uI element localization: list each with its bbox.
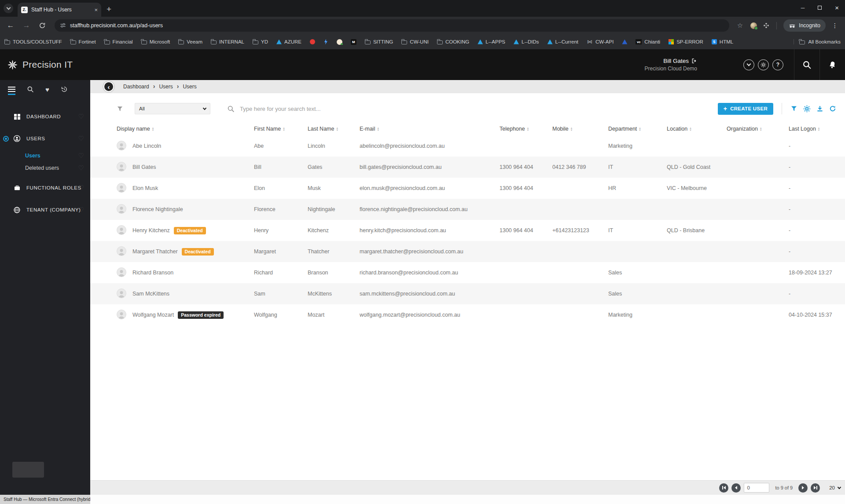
column-header[interactable]: E-mail ▴▾ xyxy=(360,126,500,132)
column-header[interactable]: Telephone ▴▾ xyxy=(500,126,552,132)
favorite-heart-icon[interactable]: ♡ xyxy=(78,135,84,142)
notifications-button[interactable] xyxy=(820,49,845,80)
tab-search-button[interactable] xyxy=(4,4,13,13)
favorites-heart-icon[interactable]: ♥ xyxy=(45,86,49,93)
browser-tab[interactable]: Z. Staff Hub - Users × xyxy=(18,3,101,17)
filter-select[interactable]: All xyxy=(135,103,210,114)
collapse-header-button[interactable] xyxy=(743,59,754,70)
favorite-heart-icon[interactable]: ♡ xyxy=(78,184,84,192)
last-page-button[interactable] xyxy=(811,483,820,493)
reload-button[interactable] xyxy=(36,22,48,29)
column-header[interactable]: Display name ▴▾ xyxy=(117,126,254,132)
column-header[interactable]: First Name ▴▾ xyxy=(254,126,308,132)
refresh-icon[interactable] xyxy=(829,105,836,112)
extensions-puzzle-icon[interactable] xyxy=(763,22,770,29)
favorite-heart-icon[interactable]: ♡ xyxy=(78,113,84,121)
page-number-input[interactable] xyxy=(744,483,769,493)
current-user-block[interactable]: Bill Gates Precision Cloud Demo xyxy=(645,58,697,72)
close-button[interactable]: × xyxy=(835,4,839,11)
page-size-select[interactable]: 20 xyxy=(829,485,841,490)
filter-icon[interactable] xyxy=(790,105,797,112)
table-row[interactable]: Margaret ThatcherDeactivated Margaret Th… xyxy=(90,241,845,262)
sidebar-item-deleted-users[interactable]: Deleted users ♡ xyxy=(0,162,90,174)
favorite-heart-icon[interactable]: ♡ xyxy=(78,152,84,160)
maximize-button[interactable] xyxy=(818,6,822,10)
column-header[interactable]: Location ▴▾ xyxy=(667,126,727,132)
sort-icon[interactable]: ▴▾ xyxy=(690,127,691,131)
bookmark-item[interactable] xyxy=(323,39,328,45)
settings-gear-button[interactable] xyxy=(758,59,769,70)
search-input[interactable] xyxy=(240,106,718,112)
menu-hamburger-icon[interactable] xyxy=(8,87,15,92)
browser-menu-icon[interactable]: ⋮ xyxy=(832,22,838,29)
bookmark-item[interactable] xyxy=(622,40,627,44)
forward-button[interactable]: → xyxy=(20,21,33,30)
table-row[interactable]: Richard Branson Richard Branson richard.… xyxy=(90,262,845,283)
bookmark-item[interactable]: YD xyxy=(253,39,268,44)
sidebar-item-tenant[interactable]: TENANT (COMPANY) ♡ xyxy=(0,199,90,221)
bookmark-item[interactable]: SP-ERROR xyxy=(669,39,703,44)
table-row[interactable]: Sam McKittens Sam McKittens sam.mckitten… xyxy=(90,283,845,304)
bookmark-star-icon[interactable]: ☆ xyxy=(737,22,743,29)
bookmark-item[interactable]: L--DIDs xyxy=(514,39,539,44)
bookmark-item[interactable]: L--APPS xyxy=(478,39,505,44)
bookmark-item[interactable]: L--Current xyxy=(547,39,578,44)
breadcrumb-users[interactable]: Users xyxy=(159,84,173,90)
column-header[interactable]: Last Name ▴▾ xyxy=(308,126,360,132)
table-row[interactable]: Elon Musk Elon Musk elon.musk@precisionc… xyxy=(90,178,845,199)
back-button[interactable]: ← xyxy=(4,21,17,30)
bookmark-item[interactable]: Microsoft xyxy=(141,39,170,44)
table-row[interactable]: Florence Nightingale Florence Nightingal… xyxy=(90,199,845,220)
sidebar-item-users-list[interactable]: Users ♡ xyxy=(0,150,90,162)
table-row[interactable]: Wolfgang MozartPassword expired Wolfgang… xyxy=(90,304,845,325)
first-page-button[interactable] xyxy=(719,483,728,493)
sort-icon[interactable]: ▴▾ xyxy=(283,127,285,131)
column-header[interactable]: Organization ▴▾ xyxy=(727,126,789,132)
favorite-heart-icon[interactable]: ♡ xyxy=(78,206,84,214)
table-row[interactable]: Bill Gates Bill Gates bill.gates@precisi… xyxy=(90,157,845,178)
bookmark-item[interactable]: HTML xyxy=(712,39,733,44)
url-bar[interactable]: staffhub.precisionit.com.au/p/ad-users xyxy=(55,19,729,32)
brand-logo[interactable]: Precision IT xyxy=(0,59,73,71)
breadcrumb-dashboard[interactable]: Dashboard xyxy=(123,84,149,90)
table-row[interactable]: Abe Lincoln Abe Lincoln abelincoln@preci… xyxy=(90,135,845,157)
breadcrumb-users-page[interactable]: Users xyxy=(183,84,196,90)
site-settings-icon[interactable] xyxy=(60,22,66,29)
sort-icon[interactable]: ▴▾ xyxy=(152,127,154,131)
sidebar-item-functional-roles[interactable]: FUNCTIONAL ROLES ♡ xyxy=(0,177,90,199)
column-header[interactable]: Mobile ▴▾ xyxy=(552,126,608,132)
favorite-heart-icon[interactable]: ♡ xyxy=(78,164,84,172)
bookmark-item[interactable]: TOOLS/COOLSTUFF xyxy=(4,39,62,44)
sort-icon[interactable]: ▴▾ xyxy=(527,127,529,131)
bookmark-item[interactable] xyxy=(351,39,356,45)
history-icon[interactable] xyxy=(61,86,68,93)
column-settings-gear-icon[interactable] xyxy=(803,105,811,113)
bookmark-item[interactable]: AZURE xyxy=(276,39,301,44)
sidebar-collapse-button[interactable]: ‹ xyxy=(103,81,114,92)
global-search-button[interactable] xyxy=(794,49,819,80)
bookmark-item[interactable]: CW-API xyxy=(587,39,614,44)
sort-icon[interactable]: ▴▾ xyxy=(639,127,641,131)
new-tab-button[interactable]: + xyxy=(107,4,111,14)
export-download-icon[interactable] xyxy=(816,105,823,112)
bookmark-item[interactable] xyxy=(310,39,315,44)
bookmark-item[interactable]: Chianti xyxy=(636,39,660,44)
minimize-button[interactable]: ─ xyxy=(801,5,805,11)
bookmark-item[interactable]: Veeam xyxy=(178,39,202,44)
sort-icon[interactable]: ▴▾ xyxy=(571,127,573,131)
tab-close-icon[interactable]: × xyxy=(94,7,98,13)
help-button[interactable]: ? xyxy=(772,59,783,70)
all-bookmarks-button[interactable]: All Bookmarks xyxy=(794,39,841,44)
column-header[interactable]: Last Logon ▴▾ xyxy=(789,126,845,132)
logout-icon[interactable] xyxy=(691,58,697,64)
table-row[interactable]: Henry KitchenzDeactivated Henry Kitchenz… xyxy=(90,220,845,241)
sort-icon[interactable]: ▴▾ xyxy=(818,127,820,131)
sidebar-item-users[interactable]: USERS ♡ xyxy=(0,128,90,150)
bookmark-item[interactable]: CW-UNI xyxy=(401,39,429,44)
bookmark-item[interactable]: SITTING xyxy=(365,39,393,44)
sort-icon[interactable]: ▴▾ xyxy=(377,127,379,131)
bookmark-item[interactable]: Financial xyxy=(104,39,133,44)
sidebar-search-icon[interactable] xyxy=(27,86,34,93)
extension-icon[interactable] xyxy=(750,22,757,29)
sidebar-item-dashboard[interactable]: DASHBOARD ♡ xyxy=(0,106,90,128)
